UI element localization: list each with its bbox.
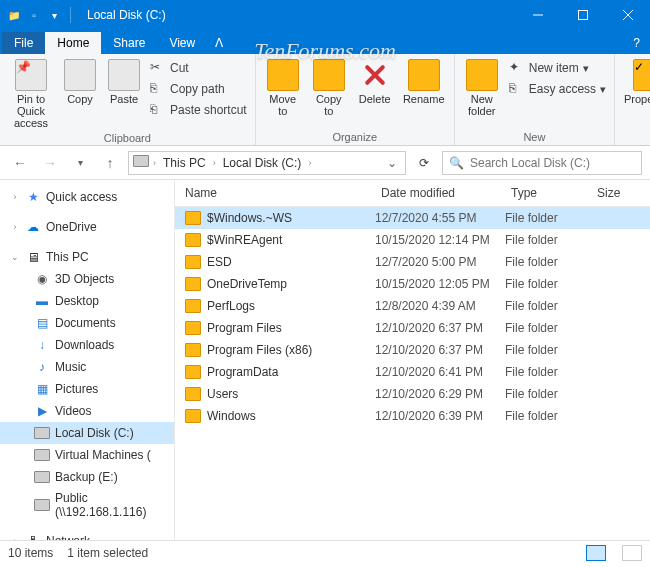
- easy-access-icon: ⎘: [509, 81, 525, 97]
- column-type[interactable]: Type: [511, 186, 597, 200]
- file-row[interactable]: PerfLogs12/8/2020 4:39 AMFile folder: [175, 295, 650, 317]
- view-large-icons-button[interactable]: [622, 545, 642, 561]
- drive-icon: [133, 155, 149, 170]
- column-size[interactable]: Size: [597, 186, 650, 200]
- nav-onedrive[interactable]: ›OneDrive: [0, 216, 174, 238]
- close-button[interactable]: [605, 0, 650, 30]
- forward-button[interactable]: →: [38, 151, 62, 175]
- breadcrumb-this-pc[interactable]: This PC: [160, 156, 209, 170]
- minimize-button[interactable]: [515, 0, 560, 30]
- file-name: Users: [207, 387, 238, 401]
- file-date: 12/10/2020 6:37 PM: [375, 321, 505, 335]
- paste-shortcut-button[interactable]: ⎗Paste shortcut: [148, 101, 249, 119]
- nav-quick-access[interactable]: ›Quick access: [0, 186, 174, 208]
- chevron-icon[interactable]: ›: [151, 158, 158, 168]
- back-button[interactable]: ←: [8, 151, 32, 175]
- properties-button[interactable]: ✓ Properties: [621, 57, 650, 107]
- file-row[interactable]: Users12/10/2020 6:29 PMFile folder: [175, 383, 650, 405]
- maximize-button[interactable]: [560, 0, 605, 30]
- disk-icon: [34, 447, 50, 463]
- easy-access-label: Easy access: [529, 82, 596, 96]
- copy-button[interactable]: Copy: [60, 57, 100, 107]
- column-name[interactable]: Name: [185, 186, 381, 200]
- copy-path-button[interactable]: ⎘Copy path: [148, 80, 249, 98]
- address-dropdown[interactable]: ⌄: [383, 156, 401, 170]
- pin-quick-access-button[interactable]: 📌 Pin to Quick access: [6, 57, 56, 131]
- file-row[interactable]: ESD12/7/2020 5:00 PMFile folder: [175, 251, 650, 273]
- paste-button[interactable]: Paste: [104, 57, 144, 107]
- nav-label: Public (\\192.168.1.116): [55, 491, 168, 519]
- nav-public-share[interactable]: Public (\\192.168.1.116): [0, 488, 174, 522]
- nav-backup[interactable]: Backup (E:): [0, 466, 174, 488]
- ribbon-collapse-button[interactable]: ᐱ: [207, 32, 231, 54]
- app-icon: 📁: [6, 7, 22, 23]
- chevron-icon[interactable]: ›: [211, 158, 218, 168]
- file-row[interactable]: $WinREAgent10/15/2020 12:14 PMFile folde…: [175, 229, 650, 251]
- folder-icon: [185, 233, 201, 247]
- file-row[interactable]: OneDriveTemp10/15/2020 12:05 PMFile fold…: [175, 273, 650, 295]
- delete-label: Delete: [359, 93, 391, 105]
- file-date: 10/15/2020 12:05 PM: [375, 277, 505, 291]
- qat-save-icon[interactable]: ▫: [26, 7, 42, 23]
- nav-videos[interactable]: Videos: [0, 400, 174, 422]
- file-row[interactable]: Windows12/10/2020 6:39 PMFile folder: [175, 405, 650, 427]
- status-selected-count: 1 item selected: [67, 546, 148, 560]
- nav-label: Quick access: [46, 190, 117, 204]
- properties-label: Properties: [624, 93, 650, 105]
- desktop-icon: [34, 293, 50, 309]
- up-button[interactable]: ↑: [98, 151, 122, 175]
- tab-file[interactable]: File: [2, 32, 45, 54]
- nav-pictures[interactable]: Pictures: [0, 378, 174, 400]
- nav-music[interactable]: Music: [0, 356, 174, 378]
- nav-label: Backup (E:): [55, 470, 118, 484]
- column-date[interactable]: Date modified: [381, 186, 511, 200]
- copy-to-button[interactable]: Copy to: [308, 57, 350, 119]
- nav-local-disk[interactable]: Local Disk (C:): [0, 422, 174, 444]
- search-input[interactable]: 🔍 Search Local Disk (C:): [442, 151, 642, 175]
- address-bar[interactable]: › This PC › Local Disk (C:) › ⌄: [128, 151, 406, 175]
- cut-button[interactable]: ✂Cut: [148, 59, 249, 77]
- address-bar-row: ← → ▾ ↑ › This PC › Local Disk (C:) › ⌄ …: [0, 146, 650, 180]
- nav-label: Network: [46, 534, 90, 540]
- new-folder-button[interactable]: New folder: [461, 57, 503, 119]
- file-row[interactable]: Program Files12/10/2020 6:37 PMFile fold…: [175, 317, 650, 339]
- breadcrumb-local-disk[interactable]: Local Disk (C:): [220, 156, 305, 170]
- nav-documents[interactable]: Documents: [0, 312, 174, 334]
- new-item-label: New item: [529, 61, 579, 75]
- nav-network[interactable]: ›Network: [0, 530, 174, 540]
- nav-3d-objects[interactable]: 3D Objects: [0, 268, 174, 290]
- new-item-button[interactable]: ✦New item ▾: [507, 59, 608, 77]
- new-folder-icon: [466, 59, 498, 91]
- clipboard-group-label: Clipboard: [6, 131, 249, 144]
- tab-share[interactable]: Share: [101, 32, 157, 54]
- chevron-icon[interactable]: ›: [306, 158, 313, 168]
- file-row[interactable]: $Windows.~WS12/7/2020 4:55 PMFile folder: [175, 207, 650, 229]
- copy-to-label: Copy to: [316, 93, 342, 117]
- file-type: File folder: [505, 365, 591, 379]
- nav-this-pc[interactable]: ⌄This PC: [0, 246, 174, 268]
- view-details-button[interactable]: [586, 545, 606, 561]
- help-button[interactable]: ?: [623, 32, 650, 54]
- nav-downloads[interactable]: Downloads: [0, 334, 174, 356]
- move-to-button[interactable]: Move to: [262, 57, 304, 119]
- folder-icon: [185, 211, 201, 225]
- cut-icon: ✂: [150, 60, 166, 76]
- rename-button[interactable]: Rename: [400, 57, 448, 107]
- refresh-button[interactable]: ⟳: [412, 151, 436, 175]
- easy-access-button[interactable]: ⎘Easy access ▾: [507, 80, 608, 98]
- documents-icon: [34, 315, 50, 331]
- file-row[interactable]: Program Files (x86)12/10/2020 6:37 PMFil…: [175, 339, 650, 361]
- file-date: 12/10/2020 6:39 PM: [375, 409, 505, 423]
- file-type: File folder: [505, 299, 591, 313]
- file-name: $WinREAgent: [207, 233, 282, 247]
- cloud-icon: [25, 219, 41, 235]
- file-name: PerfLogs: [207, 299, 255, 313]
- nav-virtual-machines[interactable]: Virtual Machines (: [0, 444, 174, 466]
- file-row[interactable]: ProgramData12/10/2020 6:41 PMFile folder: [175, 361, 650, 383]
- qat-dropdown-icon[interactable]: ▾: [46, 7, 62, 23]
- delete-button[interactable]: Delete: [354, 57, 396, 107]
- nav-desktop[interactable]: Desktop: [0, 290, 174, 312]
- recent-dropdown[interactable]: ▾: [68, 151, 92, 175]
- tab-home[interactable]: Home: [45, 32, 101, 54]
- tab-view[interactable]: View: [157, 32, 207, 54]
